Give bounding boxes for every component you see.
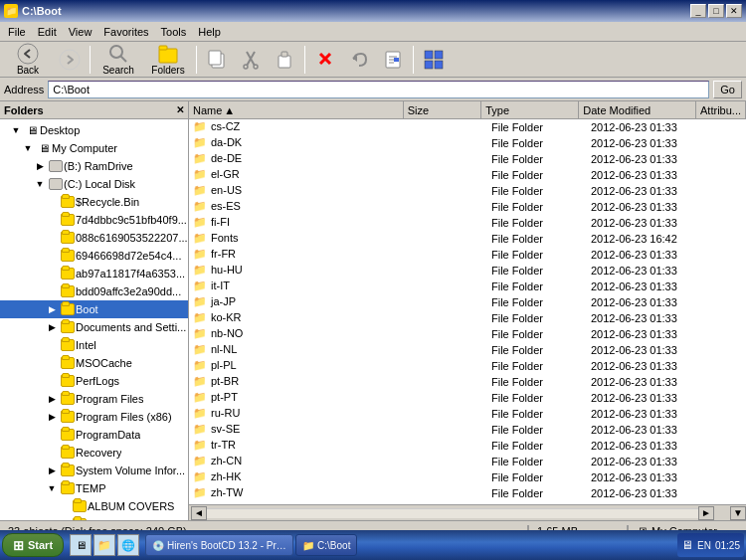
expander-docs[interactable]: ▶ [44,319,60,335]
table-row[interactable]: 📁zh-TW File Folder 2012-06-23 01:33 [189,485,746,501]
tree-item-systemvolume[interactable]: ▶ System Volume Infor... [0,462,188,479]
menu-tools[interactable]: Tools [155,24,193,40]
properties-icon [382,49,404,71]
col-header-size[interactable]: Size [404,101,482,118]
tree-item-recyclebin[interactable]: ▶ $Recycle.Bin [0,193,188,211]
folders-button[interactable]: Folders [144,40,192,79]
expander-boot[interactable]: ▶ [44,301,60,317]
taskbar-quick-launch-1[interactable]: 🖥 [70,534,92,556]
delete-button[interactable] [309,46,341,74]
expander-programfiles[interactable]: ▶ [44,391,60,407]
maximize-button[interactable]: □ [708,4,724,18]
table-row[interactable]: 📁Fonts File Folder 2012-06-23 16:42 [189,231,746,247]
tree-item-programdata[interactable]: ▶ ProgramData [0,426,188,444]
scroll-left-btn[interactable]: ◄ [191,506,207,520]
col-header-type[interactable]: Type [481,101,579,118]
copy-button[interactable] [201,46,233,74]
tree-item-f2[interactable]: ▶ 088c6169053522207... [0,229,188,247]
table-row[interactable]: 📁da-DK File Folder 2012-06-23 01:33 [189,135,746,151]
table-row[interactable]: 📁ru-RU File Folder 2012-06-23 01:33 [189,406,746,422]
tree-item-programfilesx86[interactable]: ▶ Program Files (x86) [0,408,188,426]
taskbar-quick-launch-3[interactable]: 🌐 [117,534,139,556]
table-row[interactable]: 📁pl-PL File Folder 2012-06-23 01:33 [189,358,746,374]
tree-item-desktop[interactable]: ▼ 🖥 Desktop [0,121,188,139]
cut-button[interactable] [235,46,267,74]
undo-button[interactable] [343,46,375,74]
col-header-date[interactable]: Date Modified [579,101,696,118]
expander-ramdrive[interactable]: ▶ [32,158,48,174]
horizontal-scrollbar[interactable]: ◄ ► ▼ [189,504,746,520]
expander-localdisk[interactable]: ▼ [32,176,48,192]
minimize-button[interactable]: _ [690,4,706,18]
expander-temp[interactable]: ▼ [44,480,60,496]
tree-item-f5[interactable]: ▶ bdd09affc3e2a90dd... [0,282,188,300]
properties-button[interactable] [377,46,409,74]
cell-date: 2012-06-23 01:33 [587,121,706,133]
menu-favorites[interactable]: Favorites [97,24,154,40]
scroll-right-btn[interactable]: ► [698,506,714,520]
paste-button[interactable] [269,46,300,74]
table-row[interactable]: 📁pt-PT File Folder 2012-06-23 01:33 [189,390,746,406]
expander-programfilesx86[interactable]: ▶ [44,409,60,425]
expander-desktop[interactable]: ▼ [8,122,24,138]
taskbar-task-2[interactable]: 📁 C:\Boot [295,534,357,556]
go-button[interactable]: Go [713,81,742,98]
cell-name: 📁fi-FI [189,216,408,229]
tree-item-f1[interactable]: ▶ 7d4dbbc9c51bfb40f9... [0,211,188,229]
tree-item-intel[interactable]: ▶ Intel [0,336,188,354]
back-button[interactable]: Back [4,40,52,79]
expander-systemvolume[interactable]: ▶ [44,463,60,478]
tree-item-f3[interactable]: ▶ 69466698d72e54c4... [0,247,188,265]
tree-item-recovery[interactable]: ▶ Recovery [0,444,188,462]
menu-file[interactable]: File [2,24,32,40]
menu-edit[interactable]: Edit [32,24,63,40]
table-row[interactable]: 📁fr-FR File Folder 2012-06-23 01:33 [189,247,746,263]
expander-mycomputer[interactable]: ▼ [20,140,36,156]
tree-item-mycomputer[interactable]: ▼ 🖥 My Computer [0,139,188,157]
table-row[interactable]: 📁nb-NO File Folder 2012-06-23 01:33 [189,326,746,342]
table-row[interactable]: 📁fi-FI File Folder 2012-06-23 01:33 [189,215,746,231]
menu-help[interactable]: Help [192,24,227,40]
scroll-down-btn[interactable]: ▼ [730,506,746,520]
tree-item-temp[interactable]: ▼ TEMP [0,479,188,497]
table-row[interactable]: 📁el-GR File Folder 2012-06-23 01:33 [189,167,746,183]
table-row[interactable]: 📁sv-SE File Folder 2012-06-23 01:33 [189,422,746,438]
f4-icon [60,267,76,280]
tree-item-boot[interactable]: ▶ Boot [0,300,188,318]
col-header-attr[interactable]: Attribu... [696,101,746,118]
table-row[interactable]: 📁cs-CZ File Folder 2012-06-23 01:33 [189,119,746,135]
col-header-name[interactable]: Name ▲ [189,101,404,118]
search-button[interactable]: Search [94,40,142,79]
tree-item-msocache[interactable]: ▶ MSOCache [0,354,188,372]
address-input[interactable] [48,81,709,98]
tree-item-localdisk[interactable]: ▼ (C:) Local Disk [0,175,188,193]
start-button[interactable]: ⊞ Start [2,533,64,557]
taskbar-task-1[interactable]: 💿 Hiren's BootCD 13.2 - Pro... [145,534,293,556]
table-row[interactable]: 📁ko-KR File Folder 2012-06-23 01:33 [189,310,746,326]
table-row[interactable]: 📁zh-CN File Folder 2012-06-23 01:33 [189,454,746,469]
table-row[interactable]: 📁it-IT File Folder 2012-06-23 01:33 [189,279,746,294]
table-row[interactable]: 📁pt-BR File Folder 2012-06-23 01:33 [189,374,746,390]
tree-item-ramdrive[interactable]: ▶ (B:) RamDrive [0,157,188,175]
table-row[interactable]: 📁hu-HU File Folder 2012-06-23 01:33 [189,263,746,279]
tree-item-docs[interactable]: ▶ Documents and Setti... [0,318,188,336]
tree-item-mediacenter[interactable]: ▶ MediaCenter [0,515,188,520]
views-button[interactable] [418,46,450,74]
taskbar-quick-launch-2[interactable]: 📁 [93,534,115,556]
table-row[interactable]: 📁de-DE File Folder 2012-06-23 01:33 [189,151,746,167]
tree-item-f4[interactable]: ▶ ab97a11817f4a6353... [0,265,188,282]
menu-view[interactable]: View [63,24,98,40]
tree-item-albumcovers[interactable]: ▶ ALBUM COVERS [0,497,188,515]
close-button[interactable]: ✕ [726,4,742,18]
table-row[interactable]: 📁en-US File Folder 2012-06-23 01:33 [189,183,746,199]
forward-button[interactable] [54,46,86,74]
table-row[interactable]: 📁es-ES File Folder 2012-06-23 01:33 [189,199,746,215]
cell-type: File Folder [487,408,587,420]
table-row[interactable]: 📁zh-HK File Folder 2012-06-23 01:33 [189,469,746,485]
table-row[interactable]: 📁ja-JP File Folder 2012-06-23 01:33 [189,294,746,310]
tree-item-programfiles[interactable]: ▶ Program Files [0,390,188,408]
table-row[interactable]: 📁nl-NL File Folder 2012-06-23 01:33 [189,342,746,358]
tree-item-perflogs[interactable]: ▶ PerfLogs [0,372,188,390]
table-row[interactable]: 📁tr-TR File Folder 2012-06-23 01:33 [189,438,746,454]
folders-close-button[interactable]: ✕ [176,104,184,115]
